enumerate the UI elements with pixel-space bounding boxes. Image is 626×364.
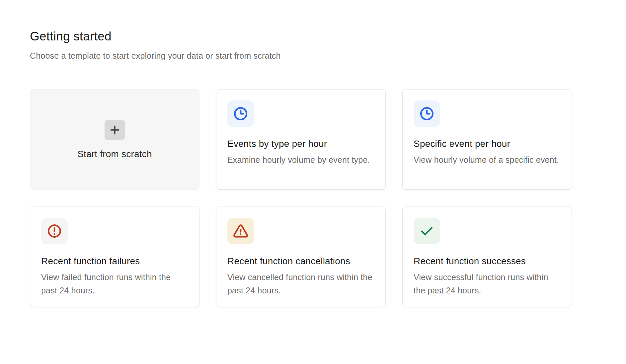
check-icon [414,218,440,244]
card-description: View hourly volume of a specific event. [414,153,561,167]
warning-triangle-icon [227,218,254,244]
card-title: Specific event per hour [414,139,561,149]
card-title: Recent function failures [41,256,188,267]
clock-icon [227,100,254,127]
card-description: Examine hourly volume by event type. [227,153,374,167]
plus-icon [105,120,125,140]
clock-icon [414,100,440,127]
card-recent-function-cancellations[interactable]: Recent function cancellations View cance… [216,207,386,307]
card-title: Events by type per hour [227,139,374,149]
alert-circle-icon [41,218,68,244]
card-description: View successful function runs within the… [414,271,561,297]
card-specific-event-per-hour[interactable]: Specific event per hour View hourly volu… [402,89,572,190]
template-card-grid: Start from scratch Events by type per ho… [30,89,626,307]
card-description: View failed function runs within the pas… [41,271,188,297]
card-recent-function-successes[interactable]: Recent function successes View successfu… [402,207,572,307]
card-events-by-type-per-hour[interactable]: Events by type per hour Examine hourly v… [216,89,386,190]
card-description: View cancelled function runs within the … [227,271,374,297]
card-start-from-scratch[interactable]: Start from scratch [30,89,199,190]
card-title: Recent function cancellations [227,256,374,267]
page-subtitle: Choose a template to start exploring you… [30,51,626,61]
start-from-scratch-label: Start from scratch [77,149,152,159]
page-title: Getting started [30,29,626,44]
card-title: Recent function successes [414,256,561,267]
getting-started-page: Getting started Choose a template to sta… [0,0,626,307]
card-recent-function-failures[interactable]: Recent function failures View failed fun… [30,207,199,307]
